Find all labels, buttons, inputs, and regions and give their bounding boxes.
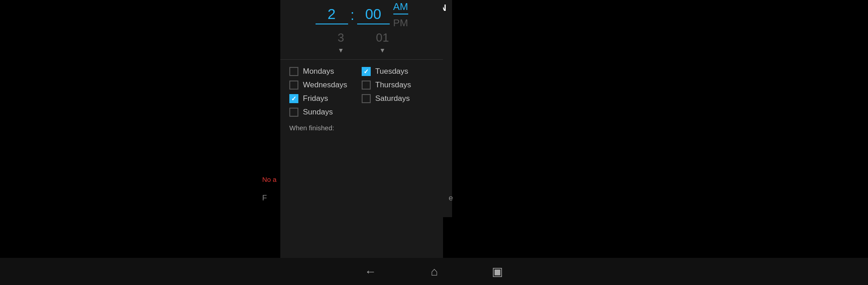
ampm-selector: AM PM <box>393 1 408 29</box>
navigation-bar: ← ⌂ ▣ <box>0 258 868 285</box>
checkbox-thursdays[interactable] <box>362 81 371 90</box>
day-item-mondays[interactable]: Mondays <box>289 67 362 76</box>
label-saturdays: Saturdays <box>375 94 410 103</box>
label-wednesdays: Wednesdays <box>303 81 347 90</box>
colon-spacer: : <box>357 31 366 45</box>
time-colon: : <box>348 7 357 24</box>
days-grid: Mondays Tuesdays Wednesdays Thursdays Fr… <box>280 62 443 120</box>
label-sundays: Sundays <box>303 108 333 117</box>
divider-top <box>280 59 443 60</box>
day-item-thursdays[interactable]: Thursdays <box>362 81 434 90</box>
day-item-fridays[interactable]: Fridays <box>289 94 362 103</box>
day-item-tuesdays[interactable]: Tuesdays <box>362 67 434 76</box>
minute-value[interactable]: 00 <box>357 6 390 24</box>
background-left <box>0 0 280 285</box>
checkbox-fridays[interactable] <box>289 94 298 103</box>
pm-label[interactable]: PM <box>393 17 408 29</box>
label-tuesdays: Tuesdays <box>375 67 408 76</box>
checkbox-wednesdays[interactable] <box>289 81 298 90</box>
day-item-wednesdays[interactable]: Wednesdays <box>289 81 362 90</box>
day-item-saturdays[interactable]: Saturdays <box>362 94 434 103</box>
hour-value[interactable]: 2 <box>316 6 348 24</box>
checkbox-saturdays[interactable] <box>362 94 371 103</box>
no-action-partial: No a <box>262 176 277 183</box>
when-finished-label: When finished: <box>289 124 334 132</box>
partial-bottom-left: F <box>262 194 267 203</box>
hour-down-arrow[interactable]: ▼ <box>325 47 357 54</box>
minute-down-arrow[interactable]: ▼ <box>366 47 399 54</box>
label-fridays: Fridays <box>303 94 328 103</box>
home-icon[interactable]: ⌂ <box>431 265 438 279</box>
time-row-active: 2 : 00 AM PM <box>316 1 408 29</box>
minute-next: 01 <box>366 31 399 45</box>
down-arrows-row: ▼ ▼ <box>325 47 399 54</box>
day-item-sundays[interactable]: Sundays <box>289 108 362 117</box>
label-mondays: Mondays <box>303 67 334 76</box>
alarm-dialog: 2 : 00 AM PM 3 : 01 ▼ ▼ Mondays <box>280 0 443 285</box>
time-picker: 2 : 00 AM PM 3 : 01 ▼ ▼ <box>280 0 443 57</box>
am-label[interactable]: AM <box>393 1 408 14</box>
label-thursdays: Thursdays <box>375 81 411 90</box>
time-row-next: 3 : 01 <box>325 31 399 45</box>
partial-bottom-right: e <box>449 194 453 203</box>
when-finished-section: When finished: <box>280 120 443 134</box>
hour-next: 3 <box>325 31 357 45</box>
checkbox-mondays[interactable] <box>289 67 298 76</box>
back-icon[interactable]: ← <box>365 265 377 279</box>
recents-icon[interactable]: ▣ <box>492 265 503 279</box>
background-right <box>443 0 868 285</box>
checkbox-sundays[interactable] <box>289 108 298 117</box>
checkbox-tuesdays[interactable] <box>362 67 371 76</box>
